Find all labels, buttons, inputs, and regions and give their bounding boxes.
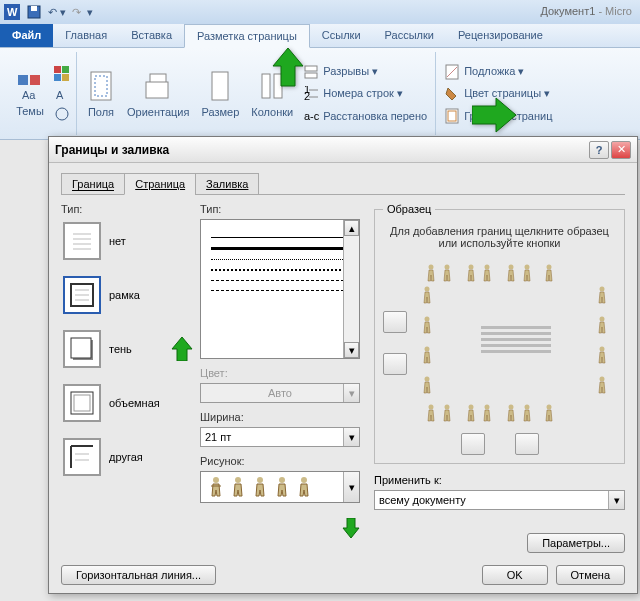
svg-point-61	[445, 405, 450, 410]
art-label: Рисунок:	[200, 455, 360, 467]
save-icon[interactable]	[26, 4, 42, 20]
type-none[interactable]: нет	[61, 219, 186, 263]
group-themes: Aa Темы A	[4, 52, 77, 135]
cancel-button[interactable]: Отмена	[556, 565, 625, 585]
svg-point-67	[425, 287, 430, 292]
svg-rect-42	[74, 395, 90, 411]
svg-text:2: 2	[304, 90, 310, 102]
tab-review[interactable]: Рецензирование	[446, 24, 555, 47]
svg-rect-16	[146, 82, 168, 98]
width-combo[interactable]: 21 пт▾	[200, 427, 360, 447]
svg-rect-7	[54, 66, 61, 73]
dlg-tab-fill[interactable]: Заливка	[195, 173, 259, 195]
apply-to-combo[interactable]: всему документу▾	[374, 490, 625, 510]
horizontal-line-button[interactable]: Горизонтальная линия...	[61, 565, 216, 585]
help-button[interactable]: ?	[589, 141, 609, 159]
redo-icon[interactable]: ↷	[72, 6, 81, 19]
svg-point-62	[469, 405, 474, 410]
undo-icon[interactable]: ↶ ▾	[48, 6, 66, 19]
border-left-toggle[interactable]	[461, 433, 485, 455]
dialog-title-text: Границы и заливка	[55, 143, 169, 157]
type-custom[interactable]: другая	[61, 435, 186, 479]
window-title: Документ1 - Micro	[540, 4, 632, 18]
style-listbox[interactable]: ▴▾	[200, 219, 360, 359]
style-label: Тип:	[200, 203, 360, 215]
tab-references[interactable]: Ссылки	[310, 24, 373, 47]
svg-rect-9	[54, 74, 61, 81]
margins-button[interactable]: Поля	[83, 52, 119, 135]
preview-legend: Образец	[383, 203, 435, 215]
border-right-toggle[interactable]	[515, 433, 539, 455]
svg-rect-4	[18, 75, 28, 85]
preview-hint: Для добавления границ щелкните образец и…	[383, 225, 616, 249]
border-bottom-toggle[interactable]	[383, 353, 407, 375]
svg-rect-10	[62, 74, 69, 81]
svg-point-51	[279, 477, 285, 483]
svg-point-56	[485, 265, 490, 270]
dialog-tabs: Граница Страница Заливка	[61, 173, 625, 195]
size-button[interactable]: Размер	[197, 52, 243, 135]
breaks-button[interactable]: Разрывы ▾	[301, 63, 429, 81]
orientation-button[interactable]: Ориентация	[123, 52, 193, 135]
svg-point-65	[525, 405, 530, 410]
svg-point-55	[469, 265, 474, 270]
watermark-button[interactable]: Подложка ▾	[442, 63, 554, 81]
callout-arrow-page-borders	[472, 96, 516, 136]
tab-home[interactable]: Главная	[53, 24, 119, 47]
close-button[interactable]: ✕	[611, 141, 631, 159]
theme-fonts-icon[interactable]: A	[54, 86, 70, 102]
theme-effects-icon[interactable]	[54, 106, 70, 122]
type-box[interactable]: рамка	[61, 273, 186, 317]
ribbon-tabs: Файл Главная Вставка Разметка страницы С…	[0, 24, 640, 48]
preview-frame[interactable]	[415, 263, 616, 423]
svg-point-57	[509, 265, 514, 270]
apply-to-label: Применить к:	[374, 474, 625, 486]
theme-colors-icon[interactable]	[54, 66, 70, 82]
svg-point-64	[509, 405, 514, 410]
svg-text:A: A	[56, 89, 64, 101]
tab-mailings[interactable]: Рассылки	[373, 24, 446, 47]
svg-point-71	[600, 287, 605, 292]
svg-point-52	[301, 477, 307, 483]
tab-insert[interactable]: Вставка	[119, 24, 184, 47]
svg-rect-5	[30, 75, 40, 85]
art-combo[interactable]: ▾	[200, 471, 360, 503]
ribbon: Aa Темы A Поля Ориентация Размер Колонки…	[0, 48, 640, 140]
svg-point-47	[213, 477, 219, 483]
svg-point-63	[485, 405, 490, 410]
type-label: Тип:	[61, 203, 186, 215]
svg-rect-17	[212, 72, 228, 100]
svg-point-66	[547, 405, 552, 410]
svg-point-59	[547, 265, 552, 270]
svg-point-54	[445, 265, 450, 270]
svg-point-72	[600, 317, 605, 322]
svg-rect-8	[62, 66, 69, 73]
color-label: Цвет:	[200, 367, 360, 379]
svg-point-60	[429, 405, 434, 410]
border-top-toggle[interactable]	[383, 311, 407, 333]
options-button[interactable]: Параметры...	[527, 533, 625, 553]
color-combo: Авто▾	[200, 383, 360, 403]
svg-point-69	[425, 347, 430, 352]
preview-text-icon	[481, 323, 551, 363]
svg-text:Aa: Aa	[22, 89, 36, 101]
svg-point-49	[235, 477, 241, 483]
svg-point-68	[425, 317, 430, 322]
width-label: Ширина:	[200, 411, 360, 423]
style-scrollbar[interactable]: ▴▾	[343, 220, 359, 358]
themes-button[interactable]: Aa Темы	[10, 52, 50, 135]
dlg-tab-page[interactable]: Страница	[124, 173, 196, 195]
svg-rect-3	[31, 6, 37, 11]
type-3d[interactable]: объемная	[61, 381, 186, 425]
tab-file[interactable]: Файл	[0, 24, 53, 47]
line-numbers-button[interactable]: 12Номера строк ▾	[301, 85, 429, 103]
svg-point-70	[425, 377, 430, 382]
svg-point-53	[429, 265, 434, 270]
hyphenation-button[interactable]: a-cРасстановка перено	[301, 107, 429, 125]
ok-button[interactable]: OK	[482, 565, 548, 585]
dlg-tab-border[interactable]: Граница	[61, 173, 125, 195]
type-shadow[interactable]: тень	[61, 327, 186, 371]
svg-point-73	[600, 347, 605, 352]
tab-page-layout[interactable]: Разметка страницы	[184, 24, 310, 48]
qat-customize-icon[interactable]: ▾	[87, 6, 93, 19]
